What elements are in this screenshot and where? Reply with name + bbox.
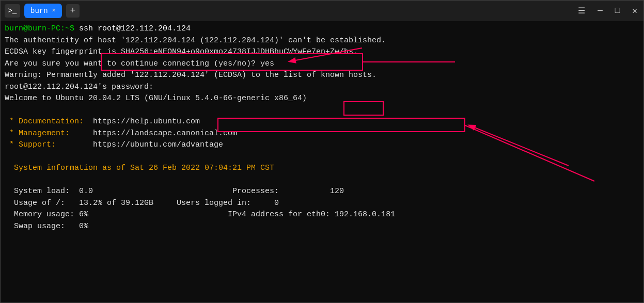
- terminal-line-doc: * Documentation: https://help.ubuntu.com: [5, 116, 639, 128]
- tab-label: burn: [30, 7, 48, 15]
- terminal-line-usage: Usage of /: 13.2% of 39.12GB Users logge…: [5, 198, 639, 210]
- terminal-line-4: Warning: Permanently added '122.112.204.…: [5, 70, 639, 82]
- terminal-line-command: burn@burn-PC:~$ ssh root@122.112.204.124: [5, 23, 639, 35]
- terminal-content[interactable]: burn@burn-PC:~$ ssh root@122.112.204.124…: [1, 21, 643, 302]
- window-controls: ☰ — □ ✕: [576, 4, 639, 18]
- terminal-line-mgmt: * Management: https://landscape.canonica…: [5, 128, 639, 140]
- terminal-line-2: ECDSA key fingerprint is SHA256:eNEON94+…: [5, 46, 639, 58]
- tab-close-button[interactable]: ×: [52, 8, 56, 14]
- terminal-icon: >_: [5, 4, 20, 18]
- terminal-blank-2: [5, 151, 639, 163]
- title-bar: >_ burn × + ☰ — □ ✕: [1, 1, 643, 21]
- command-text: ssh root@122.112.204.124: [74, 23, 191, 35]
- terminal-line-memory: Memory usage: 6% IPv4 address for eth0: …: [5, 209, 639, 221]
- terminal-blank-3: [5, 174, 639, 186]
- terminal-line-3: Are you sure you want to continue connec…: [5, 58, 639, 70]
- terminal-window: >_ burn × + ☰ — □ ✕: [0, 0, 644, 303]
- new-tab-button[interactable]: +: [66, 4, 80, 18]
- terminal-line-1: The authenticity of host '122.112.204.12…: [5, 35, 639, 47]
- close-button[interactable]: ✕: [630, 4, 639, 18]
- menu-button[interactable]: ☰: [576, 4, 587, 18]
- terminal-line-sysload: System load: 0.0 Processes: 120: [5, 186, 639, 198]
- terminal-line-support: * Support: https://ubuntu.com/advantage: [5, 139, 639, 151]
- maximize-button[interactable]: □: [613, 4, 622, 18]
- terminal-line-sysinfo: System information as of Sat 26 Feb 2022…: [5, 163, 639, 174]
- minimize-button[interactable]: —: [595, 4, 605, 18]
- terminal-blank-1: [5, 105, 639, 117]
- terminal-line-6: Welcome to Ubuntu 20.04.2 LTS (GNU/Linux…: [5, 93, 639, 105]
- prompt: burn@burn-PC:~$: [5, 23, 74, 35]
- active-tab[interactable]: burn ×: [24, 4, 62, 18]
- terminal-line-swap: Swap usage: 0%: [5, 221, 639, 233]
- terminal-line-5: root@122.112.204.124's password:: [5, 82, 639, 93]
